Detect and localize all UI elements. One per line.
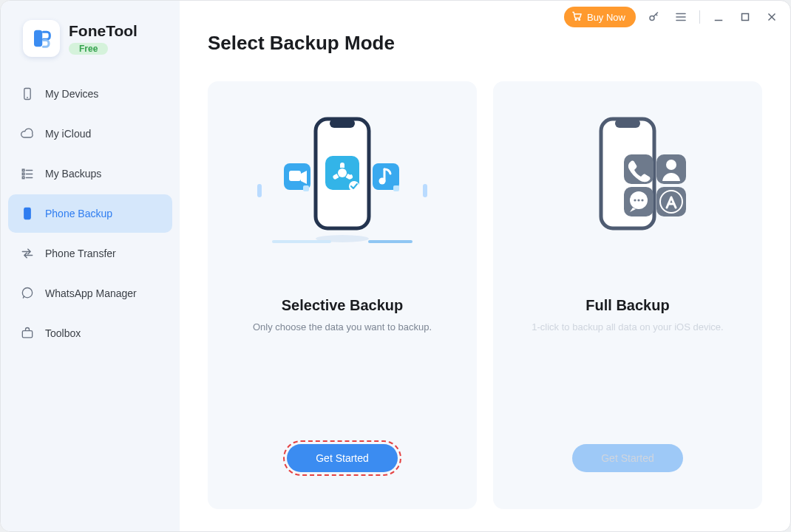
svg-point-48 [637, 199, 639, 201]
svg-point-49 [641, 199, 643, 201]
full-backup-card: Full Backup 1-click to backup all data o… [493, 81, 762, 509]
minimize-button[interactable] [710, 9, 727, 25]
svg-rect-26 [330, 119, 355, 128]
selective-get-started-button[interactable]: Get Started [287, 444, 398, 472]
sidebar-item-backups[interactable]: My Backups [8, 154, 172, 193]
menu-icon[interactable] [673, 9, 689, 25]
sidebar-item-devices[interactable]: My Devices [8, 75, 172, 113]
svg-point-45 [666, 160, 676, 170]
buy-now-label: Buy Now [587, 12, 625, 23]
maximize-button[interactable] [737, 9, 753, 25]
app-name: FoneTool [69, 22, 138, 40]
svg-rect-32 [289, 171, 301, 181]
toolbox-icon [20, 326, 35, 341]
page-title: Select Backup Mode [208, 32, 762, 55]
close-button[interactable] [764, 9, 780, 25]
phone-icon [20, 86, 35, 101]
chat-icon [20, 286, 35, 301]
svg-rect-36 [393, 185, 399, 191]
list-icon [20, 166, 35, 181]
buy-now-button[interactable]: Buy Now [564, 7, 636, 27]
svg-rect-38 [368, 240, 413, 243]
svg-rect-24 [423, 184, 427, 197]
sidebar-item-label: WhatsApp Manager [45, 287, 137, 299]
transfer-icon [20, 246, 35, 261]
selective-backup-illustration [225, 102, 459, 279]
sidebar-item-toolbox[interactable]: Toolbox [8, 314, 172, 352]
main-content: Select Backup Mode [180, 1, 790, 531]
svg-rect-15 [22, 177, 24, 179]
titlebar-controls: Buy Now [564, 7, 780, 27]
svg-rect-37 [272, 240, 331, 243]
svg-rect-13 [22, 169, 24, 171]
svg-rect-40 [615, 119, 640, 128]
sidebar-item-icloud[interactable]: My iCloud [8, 115, 172, 153]
sidebar-item-phone-transfer[interactable]: Phone Transfer [8, 234, 172, 273]
svg-point-1 [579, 19, 580, 21]
sidebar-item-label: My Backups [45, 168, 101, 180]
sidebar-item-whatsapp[interactable]: WhatsApp Manager [8, 274, 172, 313]
selective-backup-card: Selective Backup Only choose the data yo… [208, 81, 477, 509]
full-backup-title: Full Backup [585, 297, 669, 314]
svg-rect-22 [22, 331, 32, 338]
sidebar-item-phone-backup[interactable]: Phone Backup [8, 194, 172, 233]
svg-rect-14 [22, 173, 24, 175]
brand: FoneTool Free [1, 16, 180, 57]
app-window: Buy Now [0, 0, 791, 532]
sidebar-item-label: Phone Transfer [45, 248, 116, 259]
sidebar-item-label: Toolbox [45, 327, 81, 339]
phone-backup-icon [20, 206, 35, 221]
sidebar-nav: My Devices My iCloud My Backups Phone Ba… [1, 75, 180, 352]
svg-point-0 [575, 19, 577, 21]
tier-badge: Free [69, 43, 108, 55]
svg-point-35 [379, 178, 386, 185]
sidebar-item-label: Phone Backup [45, 208, 112, 219]
key-icon[interactable] [646, 9, 662, 25]
sidebar: FoneTool Free My Devices My iCloud [1, 1, 180, 531]
svg-rect-23 [257, 184, 262, 197]
selective-backup-desc: Only choose the data you want to backup. [253, 321, 432, 332]
mode-cards: Selective Backup Only choose the data yo… [208, 81, 762, 509]
titlebar-separator [699, 10, 700, 24]
full-get-started-button[interactable]: Get Started [572, 444, 683, 472]
cart-icon [571, 10, 583, 24]
svg-rect-10 [34, 30, 42, 47]
app-logo-icon [23, 20, 60, 57]
full-backup-illustration [511, 102, 744, 279]
svg-point-47 [634, 199, 636, 201]
svg-point-29 [338, 168, 347, 177]
full-backup-desc: 1-click to backup all data on your iOS d… [532, 321, 723, 332]
sidebar-item-label: My iCloud [45, 128, 91, 140]
svg-rect-33 [303, 185, 309, 191]
selective-backup-title: Selective Backup [282, 297, 404, 314]
svg-rect-7 [742, 14, 749, 21]
cloud-icon [20, 126, 35, 141]
sidebar-item-label: My Devices [45, 88, 98, 100]
